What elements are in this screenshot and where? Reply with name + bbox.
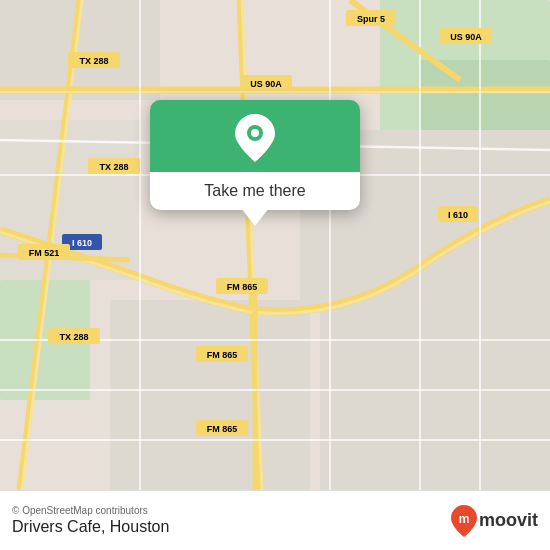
svg-text:TX 288: TX 288 xyxy=(79,56,108,66)
svg-text:TX 288: TX 288 xyxy=(99,162,128,172)
svg-text:Spur 5: Spur 5 xyxy=(357,14,385,24)
svg-text:FM 865: FM 865 xyxy=(207,350,238,360)
svg-text:US 90A: US 90A xyxy=(250,79,282,89)
svg-text:FM 865: FM 865 xyxy=(227,282,258,292)
svg-text:I 610: I 610 xyxy=(448,210,468,220)
moovit-pin-icon: m xyxy=(451,505,477,537)
osm-attribution: © OpenStreetMap contributors xyxy=(12,505,169,516)
svg-text:m: m xyxy=(459,512,470,526)
location-name: Drivers Cafe, Houston xyxy=(12,518,169,536)
svg-rect-8 xyxy=(320,300,550,490)
popup-card: Take me there xyxy=(150,100,360,210)
svg-text:I 610: I 610 xyxy=(72,238,92,248)
moovit-logo: m moovit xyxy=(451,505,538,537)
map-svg: Spur 5 US 90A US 90A TX 288 TX 288 TX 28… xyxy=(0,0,550,490)
take-me-there-button[interactable]: Take me there xyxy=(150,172,360,210)
location-pin-icon xyxy=(233,116,277,160)
map-container: Spur 5 US 90A US 90A TX 288 TX 288 TX 28… xyxy=(0,0,550,490)
moovit-text: moovit xyxy=(479,510,538,531)
svg-text:FM 521: FM 521 xyxy=(29,248,60,258)
bottom-left-info: © OpenStreetMap contributors Drivers Caf… xyxy=(12,505,169,536)
svg-text:US 90A: US 90A xyxy=(450,32,482,42)
bottom-bar: © OpenStreetMap contributors Drivers Caf… xyxy=(0,490,550,550)
svg-point-53 xyxy=(251,129,259,137)
svg-text:FM 865: FM 865 xyxy=(207,424,238,434)
svg-text:TX 288: TX 288 xyxy=(59,332,88,342)
